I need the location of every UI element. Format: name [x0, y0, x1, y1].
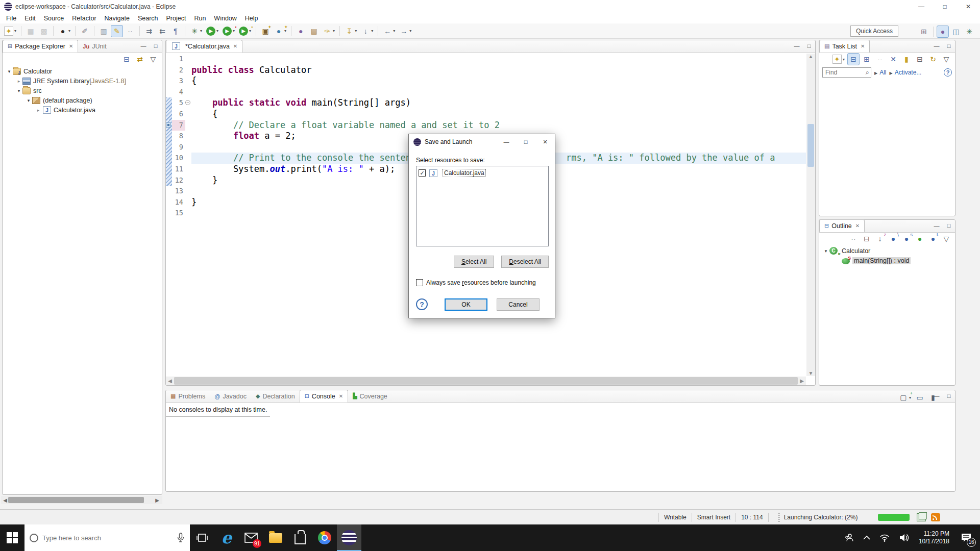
code-text[interactable]: {: [191, 109, 806, 120]
dropdown-arrow-icon[interactable]: ▾: [393, 29, 395, 33]
annotate-button[interactable]: ✑▾: [321, 25, 336, 37]
eclipse-taskbar-button[interactable]: [337, 524, 361, 551]
code-line-1[interactable]: 1: [166, 54, 806, 65]
java-perspective-button[interactable]: ●: [937, 26, 949, 38]
menu-item-file[interactable]: File: [2, 14, 20, 23]
task-view-button[interactable]: [190, 524, 214, 551]
close-icon[interactable]: ✕: [69, 43, 73, 49]
debug-perspective-button[interactable]: ✳: [963, 26, 975, 38]
minimize-panel-icon[interactable]: —: [139, 43, 148, 49]
tab-outline[interactable]: ⊟ Outline ✕: [819, 219, 865, 232]
code-line-4[interactable]: 4: [166, 87, 806, 98]
tab-javadoc[interactable]: @Javadoc: [210, 390, 251, 403]
tab-problems[interactable]: ▦Problems: [166, 390, 210, 403]
filter-all-link[interactable]: All: [874, 69, 887, 76]
hide-static-members-button[interactable]: ●s: [900, 233, 913, 245]
maximize-panel-icon[interactable]: □: [945, 43, 953, 49]
start-button[interactable]: [0, 524, 24, 551]
minimize-editor-icon[interactable]: —: [793, 43, 801, 49]
open-web-browser-button[interactable]: ●▾: [57, 25, 72, 37]
forward-button[interactable]: →▾: [398, 25, 413, 37]
feed-icon[interactable]: [931, 513, 940, 521]
editor-vertical-scrollbar[interactable]: ▲ ▼: [806, 54, 815, 376]
maximize-panel-icon[interactable]: □: [152, 43, 160, 49]
maximize-panel-icon[interactable]: □: [945, 393, 953, 399]
code-text[interactable]: // Declare a float variable named a and …: [191, 120, 806, 131]
code-line-6[interactable]: 6 {: [166, 109, 806, 120]
collapse-all-tasks-button[interactable]: ⊟: [914, 53, 926, 65]
collapse-fold-icon[interactable]: −: [185, 100, 190, 105]
code-text[interactable]: [191, 87, 806, 98]
edge-button[interactable]: e: [214, 524, 239, 551]
menu-item-window[interactable]: Window: [210, 14, 240, 23]
network-button[interactable]: [876, 524, 893, 551]
display-selected-console-button[interactable]: ▭: [914, 391, 926, 404]
new-java-project-button[interactable]: ▣✦: [259, 25, 272, 37]
select-all-button[interactable]: Select All: [454, 256, 494, 268]
dropdown-arrow-icon[interactable]: ▾: [355, 29, 357, 33]
minimize-button[interactable]: —: [910, 0, 933, 13]
collapse-all-button[interactable]: ⊟: [120, 53, 133, 65]
new-wizard-button[interactable]: ✦▾: [3, 25, 18, 37]
scroll-right-icon[interactable]: ▶: [798, 378, 806, 384]
show-whitespace-button[interactable]: ¶: [169, 25, 182, 37]
code-text[interactable]: public static void main(String[] args): [191, 97, 806, 109]
show-public-only-button[interactable]: ●: [914, 233, 926, 245]
tasklist-view-menu-button[interactable]: ▽: [940, 53, 952, 65]
chevron-down-icon[interactable]: ▾: [822, 248, 829, 254]
maximize-button[interactable]: □: [933, 0, 957, 13]
tree-item-jre-system-library[interactable]: ▸JRE System Library [JavaSE-1.8]: [3, 76, 162, 86]
categorized-view-button[interactable]: ⊟: [847, 53, 860, 65]
dialog-minimize-button[interactable]: —: [497, 134, 516, 150]
close-icon[interactable]: ✕: [861, 43, 865, 49]
outline-collapse-all-button[interactable]: ⊟: [861, 233, 873, 245]
menu-item-project[interactable]: Project: [162, 14, 190, 23]
tab-junit[interactable]: Ju JUnit: [78, 40, 111, 53]
tab-package-explorer[interactable]: ⊞ Package Explorer ✕: [3, 40, 78, 53]
scroll-down-icon[interactable]: ▼: [806, 370, 815, 376]
taskbar-search[interactable]: [24, 524, 190, 551]
javaee-perspective-button[interactable]: ◫: [950, 26, 962, 38]
maximize-editor-icon[interactable]: □: [805, 43, 813, 49]
hide-fields-button[interactable]: ●∖: [887, 233, 899, 245]
ok-button[interactable]: OK: [445, 298, 487, 311]
open-task-button[interactable]: ●: [295, 25, 307, 37]
show-selected-element-button[interactable]: ··: [124, 25, 136, 37]
dropdown-arrow-icon[interactable]: ▾: [843, 57, 845, 62]
help-icon[interactable]: ?: [944, 68, 952, 77]
close-button[interactable]: ✕: [957, 0, 980, 13]
cancel-button[interactable]: Cancel: [497, 298, 540, 311]
outline-view-menu-button[interactable]: ▽: [940, 233, 952, 245]
skip-all-breakpoints-button[interactable]: ✐: [79, 25, 91, 37]
store-button[interactable]: [288, 524, 312, 551]
sort-alphabetically-button[interactable]: ↓z: [874, 233, 886, 245]
link-with-editor-button[interactable]: ⇄: [134, 53, 146, 65]
activate-task-link[interactable]: Activate...: [890, 69, 922, 76]
maximize-panel-icon[interactable]: □: [945, 222, 953, 229]
open-perspective-button[interactable]: ⊞: [918, 26, 930, 38]
chevron-right-icon[interactable]: ▸: [35, 108, 42, 113]
scroll-left-icon[interactable]: ◀: [166, 378, 174, 384]
scroll-right-icon[interactable]: ▶: [153, 497, 161, 503]
outline-item-main-string-void[interactable]: main(String[]) : void: [819, 256, 955, 265]
profile-button[interactable]: ▶▪▾: [237, 25, 253, 37]
back-button[interactable]: ←▾: [381, 25, 397, 37]
code-line-5[interactable]: 5− public static void main(String[] args…: [166, 97, 806, 109]
code-text[interactable]: public class Calculator: [191, 65, 806, 76]
code-text[interactable]: {: [191, 76, 806, 87]
new-java-class-button[interactable]: ●✦▾: [273, 25, 288, 37]
deselect-all-button[interactable]: Deselect All: [501, 256, 549, 268]
code-line-7[interactable]: 7 // Declare a float variable named a an…: [166, 120, 806, 131]
file-explorer-button[interactable]: [263, 524, 288, 551]
hidden-icons-button[interactable]: [860, 524, 874, 551]
last-edit-location-button[interactable]: ↧▾: [343, 25, 358, 37]
dropdown-arrow-icon[interactable]: ▾: [14, 29, 16, 33]
outline-link-editor-button[interactable]: ··: [847, 233, 860, 245]
scheduled-view-button[interactable]: ⊞: [861, 53, 873, 65]
search-input[interactable]: [42, 534, 173, 542]
menu-item-search[interactable]: Search: [134, 14, 162, 23]
people-button[interactable]: [840, 524, 857, 551]
synchronize-button[interactable]: ↻: [927, 53, 939, 65]
menu-item-run[interactable]: Run: [190, 14, 210, 23]
code-line-2[interactable]: 2public class Calculator: [166, 65, 806, 76]
